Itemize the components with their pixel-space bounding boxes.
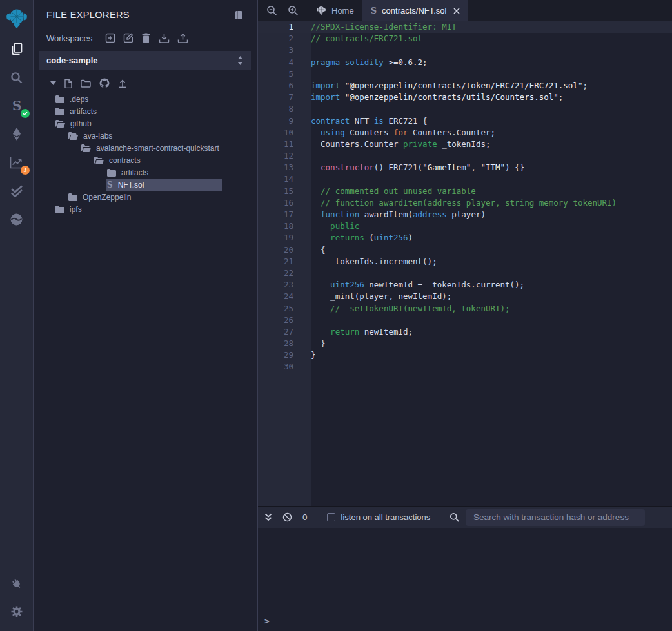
line-number: 6 [258, 80, 311, 92]
sidebar-item-unit-testing[interactable] [0, 177, 33, 205]
code-line-23: 23 uint256 newItemId = _tokenIds.current… [258, 279, 672, 291]
rename-workspace-icon[interactable] [123, 33, 133, 43]
code-line-6: 6import "@openzeppelin/contracts/token/E… [258, 80, 672, 92]
code-line-15: 15 // commented out unused variable [258, 186, 672, 197]
ethereum-deploy-icon [10, 127, 23, 141]
terminal-output[interactable]: > [258, 528, 672, 631]
folder-icon [68, 193, 77, 201]
remix-logo[interactable] [0, 3, 33, 35]
code-line-10: 10 using Counters for Counters.Counter; [258, 127, 672, 139]
terminal-search-icon [450, 512, 459, 522]
workspace-select-value: code-sample [46, 55, 97, 65]
caret-down-icon[interactable] [50, 81, 56, 85]
tree-item-openzeppelin[interactable]: OpenZeppelin [34, 191, 257, 203]
zoom-in-icon[interactable] [288, 5, 299, 16]
remix-ide-window: S 1 [0, 0, 672, 631]
tree-item--deps[interactable]: .deps [34, 93, 257, 105]
tree-item-github[interactable]: github [34, 117, 257, 130]
code-line-11: 11 Counters.Counter private _tokenIds; [258, 139, 672, 150]
line-number: 12 [258, 150, 311, 162]
sidebar-item-deploy-and-run[interactable] [0, 120, 33, 148]
tree-item-contracts[interactable]: contracts [34, 154, 257, 166]
code-line-21: 21 _tokenIds.increment(); [258, 256, 672, 267]
icon-rail-bottom [0, 569, 33, 631]
create-workspace-icon[interactable] [105, 33, 115, 43]
download-workspace-icon[interactable] [159, 33, 170, 43]
new-folder-icon[interactable] [81, 79, 91, 88]
restore-workspace-icon[interactable] [177, 33, 188, 43]
code-line-22: 22 [258, 267, 672, 279]
editor-pane: HomeScontracts/NFT.sol 1//SPDX-License-I… [258, 0, 672, 631]
tab-home[interactable]: Home [308, 0, 362, 21]
circle-wave-icon [10, 213, 23, 226]
tree-item-nft-sol[interactable]: SNFT.sol [34, 179, 257, 191]
upload-file-icon[interactable] [118, 79, 127, 88]
sidebar-item-static-analysis[interactable]: 1 [0, 148, 33, 177]
code-editor[interactable]: 1//SPDX-License-Identifier: MIT2// contr… [258, 21, 672, 506]
line-number: 16 [258, 197, 311, 209]
double-check-icon [10, 185, 24, 197]
line-number: 29 [258, 349, 311, 361]
code-line-4: 4pragma solidity >=0.6.2; [258, 57, 672, 68]
sidebar-item-search[interactable] [0, 63, 33, 92]
code-line-19: 19 returns (uint256) [258, 232, 672, 244]
tab-label: contracts/NFT.sol [382, 6, 446, 15]
code-line-30: 30 [258, 361, 672, 373]
tree-item-artifacts[interactable]: artifacts [34, 105, 257, 117]
sidebar-item-plugin-manager[interactable] [0, 569, 33, 597]
folder-open-icon [94, 157, 104, 164]
collapse-terminal-icon[interactable] [264, 513, 272, 521]
sidebar-item-settings[interactable] [0, 597, 33, 626]
code-line-2: 2// contracts/ERC721.sol [258, 33, 672, 44]
tab-bar: HomeScontracts/NFT.sol [258, 0, 672, 21]
line-number: 7 [258, 92, 311, 103]
terminal-search-input[interactable] [466, 509, 645, 526]
file-explorer-panel: FILE EXPLORERS Workspaces [34, 0, 258, 631]
panel-header: FILE EXPLORERS [34, 0, 257, 25]
sidebar-item-file-explorer[interactable] [0, 35, 33, 63]
github-icon[interactable] [99, 78, 110, 88]
code-line-12: 12 [258, 150, 672, 162]
line-number: 13 [258, 162, 311, 173]
listen-transactions-checkbox[interactable] [327, 513, 335, 521]
terminal: 0 listen on all transactions > [258, 506, 672, 631]
tree-toolbar [34, 70, 257, 93]
transaction-count: 0 [302, 512, 308, 522]
line-number: 10 [258, 127, 311, 139]
line-number: 27 [258, 326, 311, 338]
line-number: 28 [258, 338, 311, 349]
remix-logo-icon [5, 8, 28, 29]
workspace-select[interactable]: code-sample [39, 51, 251, 70]
check-icon [23, 111, 28, 116]
sidebar-item-solidity-compiler[interactable]: S [0, 92, 33, 120]
code-line-28: 28 } [258, 338, 672, 349]
code-line-25: 25 // _setTokenURI(newItemId, tokenURI); [258, 303, 672, 315]
line-number: 15 [258, 186, 311, 197]
folder-icon [55, 95, 64, 103]
close-tab-icon[interactable] [453, 8, 460, 14]
tab-contracts-nft-sol[interactable]: Scontracts/NFT.sol [362, 0, 468, 21]
tree-item-label: ipfs [70, 205, 82, 214]
delete-workspace-icon[interactable] [141, 33, 151, 43]
folder-icon [107, 169, 116, 177]
folder-icon [55, 108, 64, 115]
tree-item-avalanche-smart-contract-quickstart[interactable]: avalanche-smart-contract-quickstart [34, 142, 257, 154]
plug-icon [10, 577, 23, 590]
code-line-17: 17 function awardItem(address player) [258, 209, 672, 220]
tree-item-ava-labs[interactable]: ava-labs [34, 130, 257, 142]
analysis-count-badge: 1 [21, 166, 30, 175]
line-number: 30 [258, 361, 311, 373]
new-file-icon[interactable] [64, 79, 72, 88]
sidebar-item-plugin-circle[interactable] [0, 205, 33, 233]
book-menu-icon[interactable] [234, 10, 243, 20]
file-explorer-icon [10, 42, 24, 56]
line-number: 11 [258, 139, 311, 150]
tree-item-artifacts[interactable]: artifacts [34, 166, 257, 179]
code-line-3: 3 [258, 44, 672, 56]
clear-console-icon[interactable] [282, 512, 292, 522]
line-number: 24 [258, 291, 311, 302]
code-line-20: 20 { [258, 244, 672, 256]
tree-item-ipfs[interactable]: ipfs [34, 203, 257, 215]
tree-item-label: artifacts [121, 168, 148, 177]
zoom-out-icon[interactable] [266, 5, 277, 16]
